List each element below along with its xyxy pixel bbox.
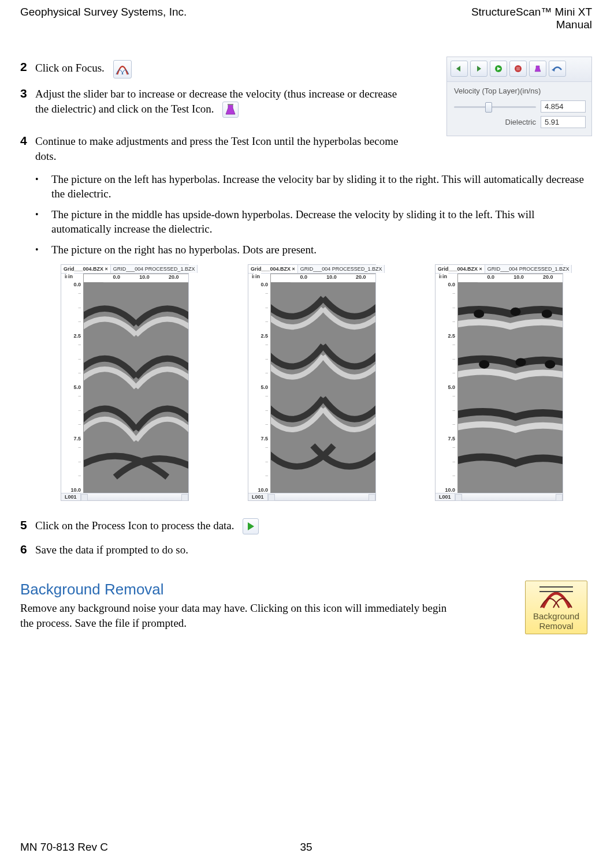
svg-point-12 bbox=[511, 308, 521, 316]
bullet-text: The picture on the left has hyperbolas. … bbox=[51, 172, 590, 201]
header-doc-type: Manual bbox=[471, 18, 592, 31]
velocity-value[interactable]: 4.854 bbox=[541, 100, 586, 113]
line-label: L001 bbox=[248, 493, 268, 500]
step-number: 5 bbox=[20, 518, 35, 532]
footer-page-number: 35 bbox=[20, 841, 592, 854]
radar-image bbox=[271, 282, 375, 493]
forward-button[interactable] bbox=[470, 61, 487, 77]
radar-plot-middle: Grid___004.BZX × GRID___004 PROCESSED_1.… bbox=[248, 264, 376, 501]
step-5: 5 Click on the Process Icon to process t… bbox=[20, 518, 575, 535]
svg-point-15 bbox=[516, 358, 526, 366]
focus-icon bbox=[113, 60, 132, 78]
plot-tab[interactable]: Grid___004.BZX × bbox=[61, 265, 111, 273]
step-2: 2 Click on Focus. bbox=[20, 60, 413, 78]
dielectric-value[interactable]: 5.91 bbox=[541, 116, 586, 128]
plot-tab[interactable]: GRID___004 PROCESSED_1.BZX bbox=[111, 265, 198, 273]
play-button[interactable] bbox=[490, 61, 507, 77]
step-number: 3 bbox=[20, 87, 35, 100]
line-label: L001 bbox=[61, 493, 81, 500]
stop-button[interactable] bbox=[509, 61, 527, 77]
back-button[interactable] bbox=[451, 61, 468, 77]
undo-button[interactable] bbox=[549, 61, 566, 77]
line-label: L001 bbox=[436, 493, 455, 500]
step-4: 4 Continue to make adjustments and press… bbox=[20, 134, 413, 163]
svg-marker-6 bbox=[552, 68, 555, 72]
radar-image bbox=[458, 282, 563, 493]
page-footer: MN 70-813 Rev C 35 bbox=[20, 841, 592, 854]
velocity-panel-toolbar bbox=[447, 57, 591, 82]
section-title: Background Removal bbox=[20, 581, 592, 598]
plot-tab[interactable]: GRID___004 PROCESSED_1.BZX bbox=[298, 265, 385, 273]
radar-plot-right: Grid___004.BZX × GRID___004 PROCESSED_1.… bbox=[435, 264, 563, 501]
velocity-panel: Velocity (Top Layer)(in/ns) 4.854 Dielec… bbox=[446, 57, 592, 136]
x-axis: 0.0 10.0 20.0 bbox=[291, 274, 375, 283]
x-unit: in bbox=[441, 273, 448, 280]
y-axis: in 0.0 ––– 2.5 ––– 5.0 ––– 7.5 ––– 10.0 bbox=[61, 274, 83, 493]
bullet-text: The picture in the middle has upside-dow… bbox=[51, 207, 590, 237]
header-product: StructureScan™ Mini XT bbox=[471, 6, 592, 18]
svg-marker-0 bbox=[456, 66, 460, 72]
x-unit: in bbox=[254, 273, 261, 280]
dielectric-label: Dielectric bbox=[454, 118, 541, 126]
step-number: 2 bbox=[20, 60, 35, 74]
x-unit: in bbox=[67, 273, 74, 280]
plot-tab[interactable]: Grid___004.BZX × bbox=[436, 265, 485, 273]
velocity-slider[interactable] bbox=[454, 102, 536, 112]
svg-rect-5 bbox=[516, 67, 520, 70]
svg-point-13 bbox=[542, 309, 552, 318]
x-axis: 0.0 10.0 20.0 bbox=[478, 274, 563, 283]
svg-point-11 bbox=[474, 309, 484, 318]
radar-plots-row: Grid___004.BZX × GRID___004 PROCESSED_1.… bbox=[61, 264, 563, 501]
y-axis: in 0.0 ––– 2.5 ––– 5.0 ––– 7.5 ––– 10.0 bbox=[436, 274, 457, 493]
bullet-text: The picture on the right has no hyperbol… bbox=[51, 242, 590, 257]
step-text: Click on Focus. bbox=[35, 62, 105, 74]
radar-plot-left: Grid___004.BZX × GRID___004 PROCESSED_1.… bbox=[61, 264, 189, 501]
plot-tab[interactable]: GRID___004 PROCESSED_1.BZX bbox=[485, 265, 572, 273]
step-number: 6 bbox=[20, 542, 35, 556]
bgremove-label-2: Removal bbox=[527, 621, 586, 631]
svg-rect-7 bbox=[228, 104, 233, 105]
step-3: 3 Adjust the slider bar to increase or d… bbox=[20, 87, 413, 118]
scrollbar[interactable] bbox=[268, 493, 375, 500]
svg-point-16 bbox=[545, 360, 555, 369]
page-header: Geophysical Survey Systems, Inc. Structu… bbox=[20, 6, 592, 31]
step-text: Click on the Process Icon to process the… bbox=[35, 519, 234, 532]
y-axis: in 0.0 ––– 2.5 ––– 5.0 ––– 7.5 ––– 10.0 bbox=[248, 274, 270, 493]
header-right: StructureScan™ Mini XT Manual bbox=[471, 6, 592, 31]
step-text: Adjust the slider bar to increase or dec… bbox=[35, 88, 397, 115]
velocity-title: Velocity (Top Layer)(in/ns) bbox=[447, 82, 591, 99]
test-icon bbox=[222, 102, 239, 118]
header-left: Geophysical Survey Systems, Inc. bbox=[20, 6, 187, 31]
background-removal-icon: Background Removal bbox=[525, 581, 587, 634]
x-axis: 0.0 10.0 20.0 bbox=[103, 274, 188, 283]
step-number: 4 bbox=[20, 134, 35, 148]
scrollbar[interactable] bbox=[81, 493, 188, 500]
section-text: Remove any background noise your data ma… bbox=[20, 601, 448, 630]
process-icon bbox=[243, 518, 259, 534]
step-4-bullets: •The picture on the left has hyperbolas.… bbox=[20, 172, 592, 257]
plot-tab[interactable]: Grid___004.BZX × bbox=[248, 265, 298, 273]
step-text: Continue to make adjustments and press t… bbox=[35, 135, 398, 162]
svg-marker-1 bbox=[477, 66, 481, 72]
step-text: Save the data if prompted to do so. bbox=[35, 544, 188, 556]
radar-image bbox=[84, 282, 188, 493]
step-6: 6 Save the data if prompted to do so. bbox=[20, 542, 575, 558]
scrollbar[interactable] bbox=[455, 493, 563, 500]
bgremove-label-1: Background bbox=[527, 611, 586, 621]
test-button[interactable] bbox=[529, 61, 546, 77]
svg-point-14 bbox=[479, 360, 489, 369]
